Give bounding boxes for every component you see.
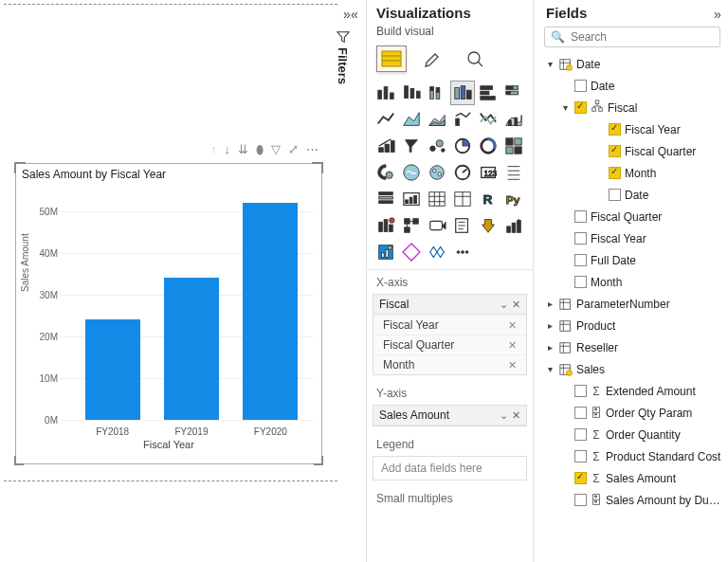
field-date-3[interactable]: Month [540,271,724,293]
vis-type-14[interactable] [426,135,448,157]
vis-type-26[interactable] [426,188,448,210]
table-date[interactable]: Date [540,53,724,75]
field-date-date[interactable]: Date [540,75,724,97]
vis-type-12[interactable] [374,135,397,157]
vis-type-9[interactable] [451,108,474,131]
vis-type-25[interactable] [400,188,423,210]
vis-type-3[interactable] [451,82,474,104]
field-checkbox[interactable] [574,80,587,92]
vis-type-30[interactable] [374,214,397,237]
field-checkbox[interactable] [609,145,621,157]
more-options-icon[interactable]: ⋯ [306,142,318,157]
remove-field-icon[interactable]: ✕ [512,409,520,422]
vis-type-27[interactable] [451,188,474,210]
field-checkbox[interactable] [574,407,587,419]
remove-field-icon[interactable]: ✕ [508,319,517,332]
vis-type-5[interactable] [502,82,525,104]
field-fiscal-1[interactable]: Fiscal Quarter [540,140,724,162]
field-sales-4[interactable]: Sales Amount [540,467,724,489]
vis-type-0[interactable] [374,82,397,104]
field-sales-3[interactable]: Product Standard Cost [540,445,724,467]
vis-type-10[interactable] [477,108,500,131]
vis-type-6[interactable] [374,108,397,131]
build-visual-tab[interactable] [376,45,407,72]
field-fiscal-3[interactable]: Date [540,184,724,206]
vis-type-32[interactable] [426,214,448,237]
vis-type-29[interactable]: Py [502,188,525,210]
vis-type-13[interactable] [400,135,423,157]
vis-type-17[interactable] [502,135,525,157]
vis-type-1[interactable] [400,82,423,104]
analytics-tab[interactable] [460,45,490,72]
vis-type-37[interactable] [400,241,423,263]
field-checkbox[interactable] [574,450,587,462]
field-date-1[interactable]: Fiscal Year [540,227,724,249]
chevron-down-icon[interactable]: ⌄ [500,409,508,422]
expand-down-icon[interactable]: ⇊ [238,142,248,157]
vis-type-24[interactable] [374,188,397,210]
format-visual-tab[interactable] [418,45,448,72]
field-sales-0[interactable]: Extended Amount [540,380,724,402]
vis-type-11[interactable] [502,108,525,131]
field-checkbox[interactable] [609,167,621,179]
vis-type-22[interactable]: 123 [477,161,500,184]
vis-type-23[interactable] [502,161,525,184]
report-canvas[interactable]: ↑ ↓ ⇊ ⬮ ▽ ⤢ ⋯ Sales Amount by Fiscal Yea… [0,0,343,531]
vis-type-34[interactable] [477,214,500,237]
bar-FY2020[interactable] [243,203,298,420]
field-sales-5[interactable]: 🗄Sales Amount by Du… [540,489,724,511]
drill-up-icon[interactable]: ↑ [210,142,217,157]
field-fiscal-2[interactable]: Month [540,162,724,184]
field-checkbox[interactable] [609,189,621,201]
vis-type-15[interactable] [451,135,474,157]
hierarchy-icon[interactable]: ⬮ [256,142,264,157]
table-sales[interactable]: Sales [540,358,724,380]
vis-type-39[interactable] [451,241,474,263]
filter-icon[interactable]: ▽ [271,142,281,157]
bar-chart-visual[interactable]: Sales Amount by Fiscal Year Sales Amount… [15,163,322,464]
field-sales-1[interactable]: 🗄Order Qty Param [540,402,724,424]
field-date-2[interactable]: Full Date [540,249,724,271]
field-checkbox[interactable] [609,123,621,136]
table-parameternumber[interactable]: ParameterNumber [540,293,724,315]
table-reseller[interactable]: Reseller [540,336,724,358]
remove-field-icon[interactable]: ✕ [508,339,517,352]
yaxis-field-well[interactable]: Sales Amount⌄✕ [373,405,527,426]
vis-type-28[interactable]: R [477,188,500,210]
filters-pane-collapsed[interactable]: Filters [334,27,352,88]
field-checkbox[interactable] [574,276,587,288]
vis-type-21[interactable] [451,161,474,184]
vis-type-16[interactable] [477,135,500,157]
field-checkbox[interactable] [574,428,587,441]
field-sales-2[interactable]: Order Quantity [540,424,724,445]
vis-type-20[interactable] [426,161,448,184]
collapse-fields-icon[interactable]: » [707,4,728,25]
vis-type-18[interactable] [374,161,397,184]
field-checkbox[interactable] [574,101,587,114]
legend-field-well[interactable]: Add data fields here [373,456,527,480]
vis-type-2[interactable] [426,82,448,104]
remove-field-icon[interactable]: ✕ [508,359,517,372]
bar-FY2019[interactable] [164,278,219,420]
vis-type-38[interactable] [426,241,448,263]
field-fiscal-0[interactable]: Fiscal Year [540,118,724,140]
fields-search-box[interactable]: 🔍 [544,27,720,47]
field-checkbox[interactable] [574,254,587,266]
chevron-down-icon[interactable]: ⌄ [500,299,508,311]
vis-type-31[interactable] [400,214,423,237]
drill-down-icon[interactable]: ↓ [225,142,231,157]
field-date-0[interactable]: Fiscal Quarter [540,206,724,227]
collapse-visualizations-icon[interactable]: » [337,4,357,25]
field-checkbox[interactable] [574,210,587,223]
vis-type-8[interactable] [426,108,448,131]
field-checkbox[interactable] [574,494,587,506]
xaxis-field-well[interactable]: Fiscal⌄✕ Fiscal Year✕Fiscal Quarter✕Mont… [373,294,527,375]
table-product[interactable]: Product [540,315,724,336]
vis-type-35[interactable] [502,214,525,237]
field-checkbox[interactable] [574,232,587,245]
search-input[interactable] [571,30,714,44]
field-checkbox[interactable] [574,472,587,484]
vis-type-33[interactable] [451,214,474,237]
bar-FY2018[interactable] [85,319,140,420]
vis-type-19[interactable] [400,161,423,184]
